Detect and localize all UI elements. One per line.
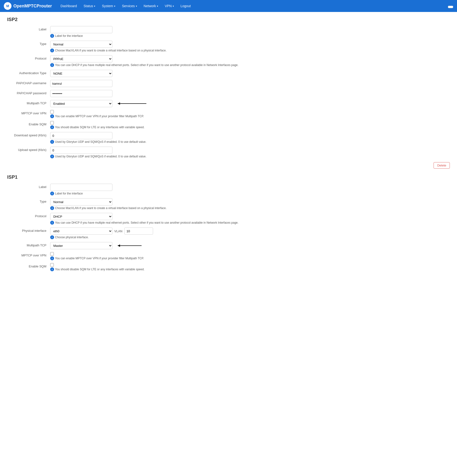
isp2-delete-row: Delete [7, 162, 450, 169]
isp2-password-input[interactable] [50, 90, 112, 97]
isp2-label-group: Label i Label for the interface [7, 26, 450, 38]
nav-item-system[interactable]: System ▾ [99, 2, 118, 10]
isp2-username-group: PAP/CHAP username [7, 80, 450, 87]
isp2-type-select[interactable]: Normal MacVLAN [50, 41, 112, 48]
isp1-protocol-select[interactable]: DHCP PPPoE Static Other [50, 213, 112, 220]
svg-marker-3 [118, 245, 120, 247]
isp2-label-input[interactable] [50, 26, 112, 33]
isp2-upload-wrap: i Used by Glorytun UDP and SQM/QoS if en… [50, 147, 450, 158]
nav-menu: Dashboard Status ▾ System ▾ Services ▾ N… [58, 2, 194, 10]
nav-link-logout[interactable]: Logout [178, 2, 194, 10]
isp2-mptcp-vpn-checkbox[interactable] [50, 110, 54, 114]
nav-link-services[interactable]: Services ▾ [119, 2, 140, 10]
isp1-label-input[interactable] [50, 184, 112, 191]
isp2-delete-button[interactable]: Delete [433, 162, 450, 169]
arrow-svg-isp1 [115, 243, 144, 248]
navbar-right [448, 4, 453, 8]
arrow-svg-isp2 [115, 101, 149, 106]
isp2-username-input[interactable] [50, 80, 112, 87]
isp2-sqm-checkbox[interactable] [50, 121, 54, 125]
isp2-upload-group: Upload speed (Kb/s) i Used by Glorytun U… [7, 147, 450, 158]
isp1-physical-help: i Choose physical interface. [50, 235, 450, 239]
isp1-protocol-wrap: DHCP PPPoE Static Other i You can use DH… [50, 213, 450, 225]
isp1-label-wrap: i Label for the interface [50, 184, 450, 196]
nav-item-network[interactable]: Network ▾ [141, 2, 161, 10]
nav-item-status[interactable]: Status ▾ [81, 2, 98, 10]
isp1-mptcp-vpn-checkbox[interactable] [50, 252, 54, 256]
isp2-upload-help-icon: i [50, 154, 54, 158]
isp2-mptcp-vpn-group: MPTCP over VPN i You can enable MPTCP ov… [7, 110, 450, 118]
isp2-type-help: i Choose MacVLAN if you want to create a… [50, 49, 450, 52]
isp1-label-group: Label i Label for the interface [7, 184, 450, 196]
isp1-multipath-select[interactable]: Master Enabled Disabled Backup [50, 242, 112, 249]
isp2-multipath-wrap: Enabled Disabled Master Backup [50, 100, 450, 107]
isp2-type-help-icon: i [50, 49, 54, 52]
isp1-multipath-wrap: Master Enabled Disabled Backup [50, 242, 450, 249]
isp2-upload-help: i Used by Glorytun UDP and SQM/QoS if en… [50, 154, 450, 158]
isp2-label-text: Label [7, 26, 50, 31]
isp2-download-input[interactable] [50, 132, 112, 139]
isp2-sqm-group: Enable SQM i You should disable SQM for … [7, 121, 450, 129]
navbar-action-button[interactable] [448, 6, 453, 8]
isp1-type-help: i Choose MacVLAN if you want to create a… [50, 206, 450, 210]
isp2-mptcp-vpn-checkbox-row [50, 110, 450, 114]
isp2-mptcp-vpn-help: i You can enable MPTCP over VPN if your … [50, 114, 450, 118]
isp2-type-wrap: Normal MacVLAN i Choose MacVLAN if you w… [50, 41, 450, 52]
isp1-multipath-group: Multipath TCP Master Enabled Disabled Ba… [7, 242, 450, 249]
isp1-protocol-help-icon: i [50, 221, 54, 225]
isp2-label-wrap: i Label for the interface [50, 26, 450, 38]
nav-item-dashboard[interactable]: Dashboard [58, 2, 80, 10]
isp2-upload-input[interactable] [50, 147, 112, 154]
isp2-multipath-arrow [115, 101, 149, 106]
isp2-download-label: Download speed (Kb/s) [7, 132, 50, 137]
nav-link-status[interactable]: Status ▾ [81, 2, 98, 10]
isp2-download-help: i Used by Glorytun UDP and SQM/QoS if en… [50, 140, 450, 144]
app-brand[interactable]: M OpenMPTCProuter [4, 2, 52, 10]
nav-link-vpn[interactable]: VPN ▾ [162, 2, 177, 10]
isp1-type-select[interactable]: Normal MacVLAN [50, 198, 112, 205]
isp2-sqm-help: i You should disable SQM for LTE or any … [50, 125, 450, 129]
isp2-auth-wrap: NONE PAP CHAP [50, 70, 450, 77]
isp2-download-help-icon: i [50, 140, 54, 144]
main-content: ISP2 Label i Label for the interface Typ… [0, 12, 457, 279]
nav-item-logout[interactable]: Logout [178, 2, 194, 10]
isp1-protocol-group: Protocol DHCP PPPoE Static Other i You c… [7, 213, 450, 225]
isp1-label-help-icon: i [50, 192, 54, 196]
nav-item-services[interactable]: Services ▾ [119, 2, 140, 10]
isp1-physical-row: eth0 eth1 eth2 VLAN [50, 228, 450, 235]
nav-link-dashboard[interactable]: Dashboard [58, 2, 80, 10]
isp1-type-wrap: Normal MacVLAN i Choose MacVLAN if you w… [50, 198, 450, 210]
isp1-multipath-arrow [115, 243, 144, 248]
isp2-sqm-wrap: i You should disable SQM for LTE or any … [50, 121, 450, 129]
isp2-mptcp-vpn-help-icon: i [50, 114, 54, 118]
navbar: M OpenMPTCProuter Dashboard Status ▾ Sys… [0, 0, 457, 12]
isp1-physical-select[interactable]: eth0 eth1 eth2 [50, 228, 112, 235]
isp2-protocol-group: Protocol PPPoE DHCP Static Other i You c… [7, 55, 450, 67]
isp1-type-help-icon: i [50, 206, 54, 210]
isp2-password-label: PAP/CHAP password [7, 90, 50, 95]
status-caret-icon: ▾ [94, 5, 95, 8]
app-name: OpenMPTCProuter [13, 4, 52, 8]
nav-item-vpn[interactable]: VPN ▾ [162, 2, 177, 10]
isp2-username-wrap [50, 80, 450, 87]
isp1-sqm-checkbox[interactable] [50, 263, 54, 267]
isp2-mptcp-vpn-wrap: i You can enable MPTCP over VPN if your … [50, 110, 450, 118]
nav-link-network[interactable]: Network ▾ [141, 2, 161, 10]
isp2-protocol-wrap: PPPoE DHCP Static Other i You can use DH… [50, 55, 450, 67]
isp2-username-label: PAP/CHAP username [7, 80, 50, 85]
isp2-auth-group: Authentication Type NONE PAP CHAP [7, 70, 450, 77]
isp2-protocol-select[interactable]: PPPoE DHCP Static Other [50, 55, 112, 62]
isp2-multipath-label: Multipath TCP [7, 100, 50, 105]
isp1-sqm-help-icon: i [50, 267, 54, 271]
isp1-physical-wrap: eth0 eth1 eth2 VLAN i Choose physical in… [50, 228, 450, 239]
isp1-mptcp-vpn-help-icon: i [50, 256, 54, 260]
isp2-auth-select[interactable]: NONE PAP CHAP [50, 70, 112, 77]
nav-link-system[interactable]: System ▾ [99, 2, 118, 10]
isp1-mptcp-vpn-help: i You can enable MPTCP over VPN if your … [50, 256, 450, 260]
isp1-sqm-help: i You should disable SQM for LTE or any … [50, 267, 450, 271]
network-caret-icon: ▾ [157, 5, 158, 8]
isp2-multipath-select[interactable]: Enabled Disabled Master Backup [50, 100, 112, 107]
isp1-vlan-input[interactable] [124, 228, 153, 235]
isp2-multipath-group: Multipath TCP Enabled Disabled Master Ba… [7, 100, 450, 107]
isp1-protocol-label: Protocol [7, 213, 50, 218]
